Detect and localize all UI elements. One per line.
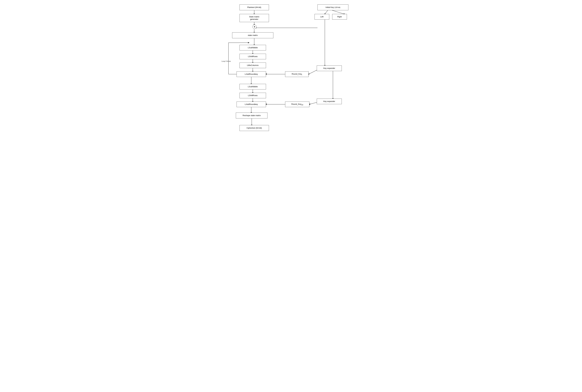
plaintext-box: Plaintext (64-bit): [239, 4, 269, 10]
lshiftrows2-box: LShiftRows: [239, 93, 266, 98]
state-matrix-gen-box: State matrix generator: [239, 14, 269, 22]
laddroundkey1-box: LAddRoundkey: [237, 71, 266, 77]
initial-key-label: Initial Key (128 bit): [326, 6, 340, 9]
round-key-i-box: Round_Keyi: [285, 71, 309, 77]
round-key-10-label: Round_Key10: [291, 103, 303, 106]
xor-circle: +: [252, 25, 257, 29]
svg-marker-27: [248, 42, 249, 43]
lmixcolumns-box: LMixColumns: [239, 62, 266, 68]
laddroundkey2-box: LAddRoundkey: [237, 102, 266, 107]
ciphertext-box: Ciphertext (64-bit): [239, 125, 269, 131]
lsubnibble2-box: LSubNibble: [239, 84, 266, 90]
reshape-box: Reshape state matrix: [236, 112, 267, 118]
right-box: Right: [332, 14, 347, 20]
lsubnibble1-box: LSubNibble: [239, 45, 266, 50]
key-expander2-box: Key expander: [317, 98, 342, 104]
loop-label: Loop 9 times: [222, 60, 231, 62]
state-matrix-box: state matrix: [232, 32, 273, 38]
initial-key-box: Initial Key (128 bit): [317, 4, 348, 10]
svg-line-30: [332, 10, 344, 14]
lshiftrows1-box: LShiftRows: [239, 54, 266, 59]
key-expander1-box: Key expander: [317, 66, 342, 71]
diagram-container: Plaintext (64-bit) State matrix generato…: [220, 3, 362, 150]
left-box: Left: [315, 14, 329, 20]
round-key-i-label: Round_Keyi: [292, 73, 302, 76]
svg-line-28: [325, 10, 328, 14]
round-key-10-box: Round_Key10: [285, 102, 309, 107]
